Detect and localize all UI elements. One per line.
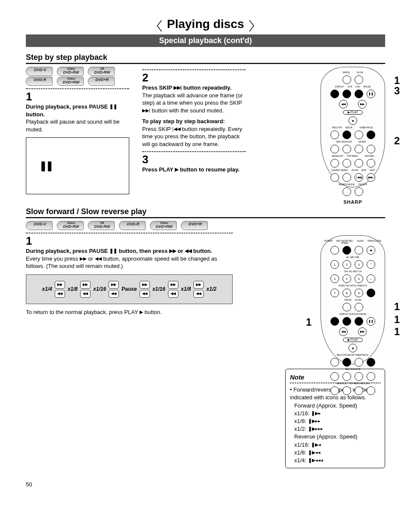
fast-forward-button[interactable]: ▶▶ [358,100,367,109]
rewind-icon: ◀◀ [95,255,102,262]
remote-control-diagram: SPACESLOW DISPLAYVCRDVDPAUSE ❚❚ ◀◀▶▶ ▶ P… [321,67,385,187]
badge: VideoDVD+RW [150,221,177,230]
badge: DVD-R [26,77,53,86]
rewind-button[interactable]: ◀◀ [339,327,348,336]
fast-forward-button[interactable]: ▶▶ [358,327,367,336]
slow-forward-icon: ❚▶▸▸▸ [308,426,323,432]
badge: VRDVD-RW [88,221,115,230]
play-icon: ▶ [175,166,178,173]
step-section-heading: Step by step playback [26,53,385,62]
disc-badges-row1: DVD-V VideoDVD-RW VRDVD-RW [26,67,129,76]
page-title: Playing discs [167,17,244,31]
rewind-icon: ◀◀ [185,248,192,254]
badge: DVD-R [119,221,146,230]
display-button[interactable] [330,90,339,98]
slow-forward-icon: ❚▶▸ [311,410,321,417]
subheader-bar: Special playback (cont'd) [26,34,385,47]
setup-button[interactable] [342,131,351,139]
callout: 2 [394,135,400,147]
step-2-body: Press SKIP ▶▶| button repeatedly. The pl… [142,84,246,114]
badge: DVD+R [181,221,208,230]
slow-reverse-icon: ❚▶◂◂◂ [308,457,323,464]
rewind-button[interactable]: ◀◀ [339,100,348,109]
button[interactable] [355,131,363,139]
play-icon: ▶ [140,309,143,315]
pause-icon: ❚❚ [109,103,117,110]
stop-button[interactable]: ■ [349,116,357,125]
callout: 1 [394,326,400,338]
slow-section-heading: Slow forward / Slow reverse play [26,207,385,216]
page-title-row: Playing discs [26,17,385,34]
rule [26,217,385,218]
vcr-button[interactable] [342,90,351,98]
page-number: 50 [26,481,385,488]
rec-button[interactable] [330,131,339,139]
chevron-left-icon [157,20,162,32]
note-fwd-heading: Forward (Approx. Speed) [294,402,380,410]
chevron-right-icon [249,20,254,32]
dots [142,151,246,152]
remote-control-diagram: POWERREC MODE REC SPEEDAUDIOOPEN/CLOSE ⏏… [321,235,385,364]
badge: VideoDVD-RW [57,67,84,76]
pause-icon: ❚❚ [39,160,52,171]
badge: DVD-V [26,67,53,76]
callout: 1 [306,316,311,328]
badge: VRDVD-RW [88,67,115,76]
slow-reverse-icon: ❚▶◂ [311,442,321,448]
pause-icon: ❚❚ [109,248,117,254]
slow-left-col: 1 During playback, press PAUSE ❚❚ button… [26,235,233,319]
step-number: 1 [26,235,233,246]
slow-reverse-icon: ❚▶◂◂ [308,449,321,456]
dots [142,69,246,70]
dots [26,88,129,89]
timer-button[interactable] [367,131,375,139]
skip-forward-button[interactable]: ▶▶| [367,173,375,182]
slow-disc-badges: DVD-V VideoDVD-RW VRDVD-RW DVD-R VideoDV… [26,221,385,230]
step-col-2: 2 Press SKIP ▶▶| button repeatedly. The … [142,67,246,177]
disc-badges-row2: DVD-R VideoDVD+RW DVD+R [26,77,129,86]
stop-button[interactable]: ■ [349,344,357,352]
step-col-3: SPACESLOW DISPLAYVCRDVDPAUSE ❚❚ ◀◀▶▶ ▶ P… [258,67,385,187]
dots [26,233,233,233]
callout: 3 [394,85,400,97]
fast-forward-icon: ▶▶ [80,255,87,262]
rule [26,63,385,64]
skip-back-button[interactable]: |◀◀ [355,173,363,182]
note-speed: x1/16: ❚▶▸ [294,410,380,417]
callout: 1 [394,314,400,326]
slow-forward-icon: ❚▶▸▸ [308,418,321,424]
badge: DVD-V [26,221,53,230]
badge: DVD+R [88,77,115,86]
pause-button[interactable]: ❚❚ [367,90,375,98]
step-3-body: Press PLAY ▶ button to resume play. [142,166,246,174]
step-1-body: During playback, press PAUSE ❚❚ button. … [26,103,129,133]
note-speed: x1/16: ❚▶◂ [294,441,380,449]
power-button[interactable] [330,246,339,255]
skip-forward-icon: ▶▶| [142,107,150,114]
skip-back-icon: |◀◀ [172,126,181,132]
fast-forward-icon: ▶▶ [169,248,176,254]
note-speed: x1/4: ❚▶◂◂◂ [294,457,380,464]
note-speed: x1/8: ❚▶◂◂ [294,449,380,457]
slow-step-body: During playback, press PAUSE ❚❚ button, … [26,247,233,270]
play-button[interactable]: ▶ PLAY [343,338,363,342]
note-speed: x1/8: ❚▶▸▸ [294,417,380,425]
remote-brand: SHARP [343,199,362,205]
note-rev-heading: Reverse (Approx. Speed) [294,433,380,441]
callout: 1 [394,301,400,313]
step-number: 1 [26,91,129,102]
step-number: 3 [142,154,246,165]
step-2-sub: To play step by step backward: Press SKI… [142,118,246,148]
pause-indicator-box: ❚❚ [26,137,129,194]
speed-diagram: x1/4 ▶▶◀◀ x1/8 ▶▶◀◀ x1/16 ▶▶◀◀ Pause ▶▶◀… [26,274,233,304]
badge: VideoDVD-RW [57,221,84,230]
play-button[interactable]: ▶ PLAY [343,110,363,115]
step-col-1: DVD-V VideoDVD-RW VRDVD-RW DVD-R VideoDV… [26,67,129,194]
skip-forward-icon: ▶▶| [174,84,182,91]
step-number: 2 [142,72,246,83]
badge: VideoDVD+RW [57,77,84,86]
pause-button[interactable]: ❚❚ [367,317,375,326]
dvd-button[interactable] [355,90,363,98]
note-speed: x1/2: ❚▶▸▸▸ [294,425,380,433]
slow-return-text: To return to the normal playback, press … [26,308,233,316]
